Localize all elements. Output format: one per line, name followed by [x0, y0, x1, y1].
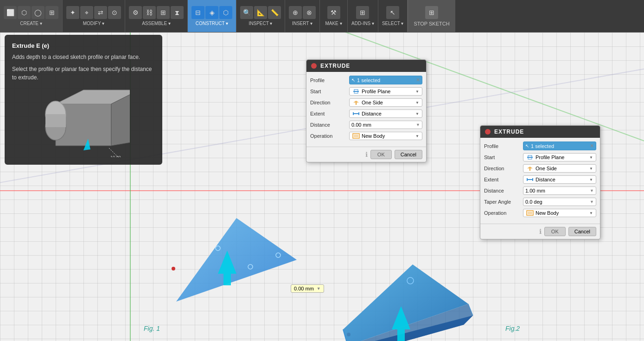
assemble-label: ASSEMBLE ▾: [142, 21, 171, 26]
construct-icon-2: ◈: [205, 6, 218, 19]
dialog1-extent-icon: [352, 111, 360, 116]
inspect-icon-2: 📐: [254, 6, 267, 19]
svg-marker-0: [176, 218, 297, 302]
dialog2-profile-clear[interactable]: ✕: [590, 143, 594, 149]
select-icon: ↖: [386, 6, 399, 19]
extrude-dialog-2-close[interactable]: [485, 129, 491, 135]
dialog2-ok-button[interactable]: OK: [544, 227, 566, 236]
dialog1-cancel-button[interactable]: Cancel: [395, 150, 422, 159]
dialog2-taper-input[interactable]: 0.0 deg ▼: [523, 198, 596, 206]
dialog1-profile-icon: ↖: [351, 77, 355, 83]
create-icon-4: ⊞: [45, 6, 58, 19]
dialog2-taper-label: Taper Angle: [484, 199, 521, 205]
dialog1-extent-dropdown[interactable]: Distance: [349, 109, 422, 118]
inspect-icon-3: 📏: [268, 6, 281, 19]
blue-shape-fig2[interactable]: [338, 260, 482, 341]
inspect-icon-1: 🔍: [240, 6, 253, 19]
extrude-dialog-2: EXTRUDE Profile ↖ 1 selected ✕ Start Pro…: [480, 125, 600, 239]
floating-distance-input-1[interactable]: 0.00 mm ▼: [291, 284, 324, 293]
dialog1-operation-dropdown[interactable]: New Body: [349, 132, 422, 140]
toolbar-inspect[interactable]: 🔍 📐 📏 INSPECT ▾: [236, 0, 285, 32]
dialog1-start-dropdown[interactable]: Profile Plane: [349, 87, 422, 96]
tooltip-line1: Adds depth to a closed sketch profile or…: [12, 53, 155, 61]
assemble-icon-1: ⚙: [129, 6, 142, 19]
toolbar-addins[interactable]: ⊞ ADD-INS ▾: [348, 0, 378, 32]
fig1-label: Fig. 1: [144, 325, 160, 332]
create-icon-1: ⬜: [4, 6, 17, 19]
toolbar-create[interactable]: ⬜ ⬡ ◯ ⊞ CREATE ▾: [0, 0, 63, 32]
construct-label: CONSTRUCT ▾: [196, 21, 228, 26]
toolbar-modify[interactable]: ✦ ⌖ ⇄ ⊙ MODIFY ▾: [63, 0, 125, 32]
assemble-icon-3: ⊞: [157, 6, 170, 19]
extrude-dialog-1-close[interactable]: [311, 63, 317, 69]
modify-icon-1: ✦: [66, 6, 79, 19]
dialog1-direction-dropdown[interactable]: One Side: [349, 98, 422, 107]
dialog2-operation-dropdown[interactable]: New Body: [523, 209, 596, 217]
stop-sketch-icon: ⊞: [425, 6, 438, 19]
dialog1-direction-row: Direction One Side: [310, 98, 422, 107]
dialog2-direction-dropdown[interactable]: One Side: [523, 164, 596, 173]
toolbar-construct[interactable]: ⊟ ◈ ⬡ CONSTRUCT ▾: [188, 0, 236, 32]
blue-shape-fig1[interactable]: [167, 213, 301, 306]
toolbar-assemble[interactable]: ⚙ ⛓ ⊞ ⧗ ASSEMBLE ▾: [125, 0, 188, 32]
dialog2-operation-label: Operation: [484, 210, 521, 216]
dialog2-profile-text: 1 selected: [531, 143, 554, 149]
extrude-dialog-1-header: EXTRUDE: [306, 60, 426, 72]
extrude-dialog-1-title: EXTRUDE: [320, 63, 350, 69]
dialog1-extent-row: Extent Distance: [310, 109, 422, 118]
dialog2-cancel-button[interactable]: Cancel: [568, 227, 596, 236]
dialog1-ok-button[interactable]: OK: [370, 150, 392, 159]
extrude-dialog-1: EXTRUDE Profile ↖ 1 selected ✕ Start Pro…: [306, 59, 427, 162]
dialog2-start-icon: [526, 154, 534, 160]
dialog2-extent-dropdown[interactable]: Distance: [523, 175, 596, 184]
tooltip-illustration: 10.00: [37, 85, 130, 157]
dialog2-distance-input[interactable]: 1.00 mm ▼: [523, 187, 596, 195]
dialog2-operation-row: Operation New Body: [484, 209, 596, 217]
dialog2-direction-value: One Side: [536, 166, 557, 171]
dialog1-info-icon[interactable]: ℹ: [365, 151, 368, 158]
dialog2-operation-value: New Body: [536, 210, 559, 216]
svg-rect-17: [45, 114, 66, 127]
dialog2-start-dropdown[interactable]: Profile Plane: [523, 153, 596, 161]
tooltip-line2: Select the profile or planar face then s…: [12, 65, 155, 82]
dialog1-profile-clear[interactable]: ✕: [416, 77, 420, 83]
create-icon-3: ◯: [32, 6, 45, 19]
svg-rect-29: [354, 135, 358, 137]
dialog2-operation-icon: [526, 210, 534, 216]
dialog1-extent-label: Extent: [310, 111, 347, 116]
dialog2-profile-value[interactable]: ↖ 1 selected ✕: [523, 142, 596, 150]
extrude-dialog-2-title: EXTRUDE: [494, 129, 524, 135]
toolbar: ⬜ ⬡ ◯ ⊞ CREATE ▾ ✦ ⌖ ⇄ ⊙ MODIFY ▾ ⚙ ⛓ ⊞ …: [0, 0, 644, 32]
assemble-icon-4: ⧗: [171, 6, 184, 19]
dialog2-distance-label: Distance: [484, 188, 521, 193]
dialog1-operation-label: Operation: [310, 133, 347, 139]
modify-icon-3: ⇄: [94, 6, 107, 19]
dialog2-distance-text: 1.00 mm: [525, 188, 545, 193]
dialog2-extent-value: Distance: [536, 177, 555, 182]
dialog2-distance-dropdown-arrow[interactable]: ▼: [590, 188, 594, 193]
insert-label: INSERT ▾: [292, 21, 312, 26]
make-label: MAKE ▾: [325, 21, 342, 26]
floating-distance-dropdown-1[interactable]: ▼: [317, 286, 321, 291]
toolbar-select[interactable]: ↖ SELECT ▾: [378, 0, 408, 32]
dialog2-info-icon[interactable]: ℹ: [539, 228, 542, 235]
addins-icon: ⊞: [356, 6, 369, 19]
toolbar-make[interactable]: ⚒ MAKE ▾: [320, 0, 348, 32]
dialog2-taper-dropdown-arrow[interactable]: ▼: [590, 199, 594, 204]
modify-icon-4: ⊙: [108, 6, 121, 19]
dialog1-start-label: Start: [310, 89, 347, 94]
dialog1-operation-row: Operation New Body: [310, 132, 422, 140]
dialog2-start-value: Profile Plane: [536, 154, 564, 160]
dialog1-distance-dropdown-arrow[interactable]: ▼: [416, 122, 420, 127]
inspect-label: INSPECT ▾: [249, 21, 273, 26]
insert-icon-1: ⊕: [289, 6, 302, 19]
dialog2-extent-icon: [526, 177, 534, 182]
dialog1-distance-input[interactable]: 0.00 mm ▼: [349, 121, 422, 129]
dialog1-profile-value[interactable]: ↖ 1 selected ✕: [349, 76, 422, 84]
toolbar-insert[interactable]: ⊕ ⊗ INSERT ▾: [285, 0, 320, 32]
dialog1-operation-icon: [352, 133, 360, 139]
svg-marker-32: [527, 167, 533, 168]
svg-rect-38: [528, 212, 532, 214]
toolbar-stop-sketch[interactable]: ⊞ STOP SKETCH: [408, 0, 455, 32]
extrude-dialog-2-header: EXTRUDE: [480, 126, 600, 138]
